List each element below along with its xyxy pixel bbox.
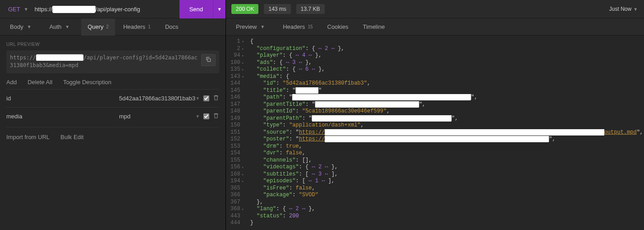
- tab-label: Headers: [123, 23, 145, 30]
- time-badge: 143 ms: [264, 4, 290, 14]
- footer-actions: Import from URL Bulk Edit: [6, 127, 219, 147]
- chevron-down-icon[interactable]: ▼: [24, 7, 28, 12]
- copy-url-button[interactable]: [201, 54, 216, 66]
- tab-badge: 1: [148, 24, 151, 29]
- tab-timeline[interactable]: Timeline: [356, 18, 391, 36]
- chevron-down-icon: ▼: [65, 24, 69, 29]
- query-section: URL PREVIEW https://██████████████/api/p…: [0, 36, 225, 230]
- tab-cookies[interactable]: Cookies: [321, 18, 355, 36]
- tab-label: Preview: [236, 23, 257, 30]
- tab-response-headers[interactable]: Headers15: [276, 18, 319, 36]
- param-row: id5d42aa17866ac31380f1bab3▼: [6, 89, 219, 107]
- param-enabled-checkbox[interactable]: [203, 95, 209, 101]
- send-button[interactable]: Send: [179, 0, 213, 18]
- tab-badge: 2: [106, 24, 109, 29]
- trash-icon[interactable]: [213, 113, 219, 120]
- url-preview-text: https://██████████████/api/player-config…: [10, 54, 198, 70]
- chevron-down-icon: ▼: [27, 24, 32, 29]
- line-gutter: 1▾2▸94▸100▸135▸143▾144145146147148149150…: [226, 36, 247, 230]
- tab-label: Auth: [50, 23, 62, 30]
- url-preview-label: URL PREVIEW: [6, 42, 219, 47]
- svg-rect-0: [207, 59, 210, 61]
- chevron-down-icon[interactable]: ▼: [195, 96, 200, 101]
- tab-label: Cookies: [327, 23, 349, 30]
- tab-headers[interactable]: Headers1: [117, 18, 157, 36]
- tab-label: Body: [10, 23, 23, 30]
- chevron-down-icon[interactable]: ▼: [195, 114, 200, 119]
- param-value[interactable]: mpd: [119, 113, 195, 120]
- tab-docs[interactable]: Docs: [159, 18, 185, 36]
- send-dropdown-button[interactable]: ▼: [213, 0, 225, 18]
- history-dropdown[interactable]: Just Now▼: [609, 6, 641, 12]
- url-prefix: https://: [35, 6, 52, 13]
- response-pane: 200OK 143 ms 13.7 KB Just Now▼ Preview▼ …: [226, 0, 644, 230]
- size-badge: 13.7 KB: [296, 4, 325, 14]
- response-status-bar: 200OK 143 ms 13.7 KB Just Now▼: [226, 0, 644, 18]
- tab-label: Timeline: [363, 23, 385, 30]
- json-code: { "configuration": { ↔ 2 ↔ }, "player": …: [247, 36, 644, 230]
- request-tabs: Body▼ Auth▼ Query2 Headers1 Docs: [0, 18, 225, 36]
- tab-preview[interactable]: Preview▼: [230, 18, 275, 36]
- tab-auth[interactable]: Auth▼: [43, 18, 80, 36]
- delete-all-button[interactable]: Delete All: [28, 79, 52, 86]
- chevron-down-icon: ▼: [633, 7, 638, 12]
- tab-query[interactable]: Query2: [81, 18, 115, 36]
- status-badge: 200OK: [231, 4, 258, 14]
- copy-icon: [205, 56, 212, 63]
- http-method[interactable]: GET: [0, 6, 24, 13]
- tab-badge: 15: [308, 24, 313, 29]
- param-actions: Add Delete All Toggle Description: [6, 73, 219, 89]
- import-from-url-button[interactable]: Import from URL: [6, 134, 50, 140]
- tab-label: Docs: [165, 23, 179, 30]
- bulk-edit-button[interactable]: Bulk Edit: [60, 134, 83, 140]
- trash-icon[interactable]: [213, 95, 219, 102]
- response-tabs: Preview▼ Headers15 Cookies Timeline: [226, 18, 644, 36]
- toggle-desc-button[interactable]: Toggle Description: [63, 79, 111, 86]
- url-suffix: /api/player-config: [96, 6, 140, 13]
- add-param-button[interactable]: Add: [6, 79, 17, 86]
- url-input[interactable]: https://██████████/api/player-config: [32, 6, 179, 13]
- url-preview: https://██████████████/api/player-config…: [6, 50, 219, 73]
- tab-body[interactable]: Body▼: [4, 18, 41, 36]
- param-enabled-checkbox[interactable]: [203, 113, 209, 119]
- url-redacted: ██████████: [52, 6, 96, 13]
- tab-label: Headers: [283, 23, 305, 30]
- chevron-down-icon: ▼: [260, 24, 265, 29]
- param-row: mediampd▼: [6, 107, 219, 125]
- request-topbar: GET ▼ https://██████████/api/player-conf…: [0, 0, 225, 18]
- param-key[interactable]: id: [6, 95, 119, 102]
- request-pane: GET ▼ https://██████████/api/player-conf…: [0, 0, 226, 230]
- tab-label: Query: [87, 23, 103, 30]
- param-value[interactable]: 5d42aa17866ac31380f1bab3: [119, 95, 195, 102]
- param-key[interactable]: media: [6, 113, 119, 120]
- response-body[interactable]: 1▾2▸94▸100▸135▸143▾144145146147148149150…: [226, 36, 644, 230]
